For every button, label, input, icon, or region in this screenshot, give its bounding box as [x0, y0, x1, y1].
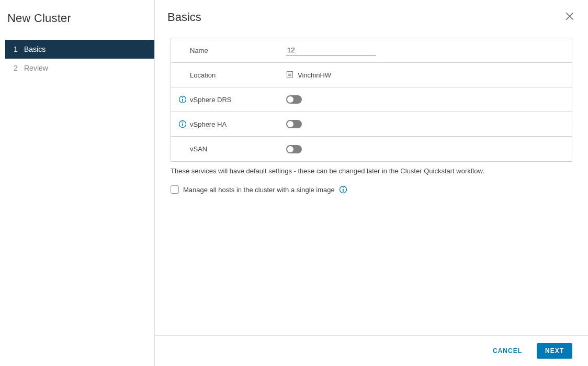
label-location-text: Location — [190, 71, 216, 79]
step-label: Basics — [24, 45, 46, 53]
svg-point-8 — [182, 97, 183, 98]
info-icon[interactable] — [178, 95, 187, 104]
info-icon[interactable] — [178, 120, 187, 128]
main-header: Basics — [155, 0, 588, 28]
value-location: VinchinHW — [286, 71, 568, 80]
svg-point-14 — [343, 187, 344, 188]
step-list: 1 Basics 2 Review — [0, 35, 154, 77]
hint-text: These services will have default setting… — [171, 167, 572, 175]
row-ha: vSphere HA — [171, 112, 572, 137]
location-text: VinchinHW — [298, 71, 331, 79]
value-ha — [286, 120, 568, 128]
name-input[interactable] — [286, 45, 376, 56]
value-name — [286, 45, 568, 56]
toggle-knob — [287, 121, 293, 127]
close-button[interactable] — [564, 10, 575, 24]
main-panel: Basics Name Location — [155, 0, 588, 366]
toggle-knob — [287, 96, 293, 103]
datacenter-icon — [286, 71, 293, 80]
wizard-sidebar: New Cluster 1 Basics 2 Review — [0, 0, 155, 366]
toggle-ha[interactable] — [286, 120, 302, 128]
step-number: 2 — [14, 64, 24, 72]
toggle-drs[interactable] — [286, 95, 302, 104]
toggle-vsan[interactable] — [286, 145, 302, 153]
footer: CANCEL NEXT — [155, 335, 588, 366]
step-label: Review — [24, 64, 48, 72]
value-vsan — [286, 145, 568, 153]
step-basics[interactable]: 1 Basics — [5, 40, 154, 59]
info-icon[interactable] — [339, 185, 347, 194]
next-button[interactable]: NEXT — [537, 343, 572, 359]
step-review[interactable]: 2 Review — [5, 59, 154, 77]
label-location: Location — [176, 71, 286, 79]
label-vsan-text: vSAN — [190, 145, 207, 153]
toggle-knob — [287, 146, 293, 152]
step-number: 1 — [14, 45, 24, 53]
settings-table: Name Location — [171, 38, 572, 162]
label-ha: vSphere HA — [176, 120, 286, 128]
svg-point-11 — [182, 122, 183, 123]
label-name: Name — [176, 47, 286, 54]
single-image-checkbox[interactable] — [171, 185, 179, 194]
content-area: Name Location — [155, 28, 588, 335]
row-vsan: vSAN — [171, 137, 572, 161]
label-ha-text: vSphere HA — [190, 120, 227, 128]
checkbox-label: Manage all hosts in the cluster with a s… — [183, 186, 335, 194]
cancel-button[interactable]: CANCEL — [484, 343, 530, 359]
checkbox-row: Manage all hosts in the cluster with a s… — [171, 185, 572, 194]
row-name: Name — [171, 38, 572, 63]
wizard-title: New Cluster — [0, 0, 154, 35]
close-icon — [565, 12, 574, 21]
label-vsan: vSAN — [176, 145, 286, 153]
label-drs: vSphere DRS — [176, 95, 286, 104]
value-drs — [286, 95, 568, 104]
page-title: Basics — [167, 10, 201, 24]
label-name-text: Name — [190, 47, 208, 54]
row-drs: vSphere DRS — [171, 87, 572, 112]
label-drs-text: vSphere DRS — [190, 96, 231, 104]
row-location: Location VinchinHW — [171, 63, 572, 87]
